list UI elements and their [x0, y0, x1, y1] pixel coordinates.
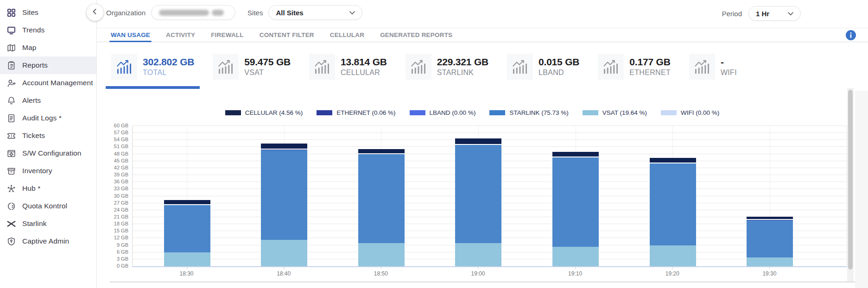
tab-generated-reports[interactable]: GENERATED REPORTS	[380, 28, 452, 42]
bar-segment-cellular	[650, 158, 696, 163]
bar-segment-starlink	[261, 150, 307, 240]
summary-card-starlink[interactable]: 229.321 GBSTARLINK	[405, 54, 488, 80]
summary-card-lband[interactable]: 0.015 GBLBAND	[507, 54, 579, 80]
sw-configuration-icon	[6, 149, 16, 158]
legend-item-lband[interactable]: LBAND (0.00 %)	[410, 109, 476, 116]
sidebar-item-quota-kontrol[interactable]: Quota Kontrol	[0, 197, 96, 215]
sidebar-item-label: Tickets	[22, 131, 45, 140]
alerts-icon	[6, 96, 16, 106]
card-value: 302.802 GB	[143, 56, 194, 67]
tab-activity[interactable]: ACTIVITY	[166, 28, 195, 42]
captive-admin-icon	[6, 237, 16, 246]
chevron-left-icon	[90, 7, 100, 18]
legend-item-cellular[interactable]: CELLULAR (4.56 %)	[225, 109, 303, 116]
bar-segment-vsat	[164, 252, 210, 266]
stacked-bar-19-00	[455, 138, 501, 266]
legend-item-vsat[interactable]: VSAT (19.64 %)	[583, 109, 647, 116]
sidebar-item-label: Hub *	[22, 184, 40, 193]
sidebar-item-account-management[interactable]: Account Management	[0, 74, 96, 92]
bar-segment-vsat	[747, 257, 793, 266]
legend-item-starlink[interactable]: STARLINK (75.73 %)	[489, 109, 568, 116]
usage-chart-icon	[689, 54, 715, 80]
gridline-horizontal	[133, 125, 847, 126]
scrollbar-thumb[interactable]	[848, 90, 853, 269]
y-axis-tick-label: 51 GB	[99, 144, 128, 149]
collapse-sidebar-button[interactable]	[87, 4, 103, 21]
sites-dropdown[interactable]: All Sites	[268, 5, 362, 20]
tab-cellular[interactable]: CELLULAR	[330, 28, 364, 42]
sidebar-item-label: Reports	[22, 61, 48, 69]
y-axis-tick-label: 36 GB	[99, 179, 128, 184]
info-icon[interactable]	[845, 30, 856, 41]
y-axis-tick-label: 45 GB	[99, 158, 128, 163]
sidebar-item-trends[interactable]: Trends	[0, 21, 96, 39]
x-axis-tick	[672, 266, 673, 269]
bar-segment-vsat	[650, 245, 696, 266]
x-axis-tick-label: 19:00	[457, 270, 499, 277]
card-label: STARLINK	[437, 69, 488, 77]
section-divider	[110, 282, 855, 282]
tab-wan-usage[interactable]: WAN USAGE	[111, 28, 150, 42]
y-axis-tick-label: 0 GB	[99, 263, 128, 269]
sidebar-item-label: Audit Logs *	[22, 114, 62, 122]
bar-segment-vsat	[455, 243, 501, 266]
bar-segment-starlink	[455, 145, 501, 243]
inventory-icon	[6, 166, 16, 176]
stacked-bar-19-30	[747, 217, 793, 266]
y-axis-tick-label: 3 GB	[99, 256, 128, 262]
sites-label: Sites	[247, 9, 263, 17]
report-tabs: WAN USAGEACTIVITYFIREWALLCONTENT FILTERC…	[97, 28, 868, 42]
legend-swatch	[317, 110, 332, 115]
sidebar-item-starlink[interactable]: Starlink	[0, 215, 96, 232]
usage-chart-icon	[507, 54, 533, 80]
card-value: 0.177 GB	[629, 56, 671, 67]
sidebar-item-tickets[interactable]: Tickets	[0, 127, 96, 144]
x-axis-tick	[575, 266, 576, 269]
card-label: CELLULAR	[341, 69, 387, 77]
sites-dropdown-value: All Sites	[276, 9, 303, 17]
usage-chart-icon	[598, 54, 624, 80]
organization-field[interactable]	[151, 5, 235, 20]
summary-card-wifi[interactable]: -WIFI	[689, 54, 737, 80]
usage-chart-icon	[309, 54, 335, 80]
tab-content-filter[interactable]: CONTENT FILTER	[260, 28, 314, 42]
summary-card-total[interactable]: 302.802 GBTOTAL	[111, 54, 194, 80]
sidebar-item-label: Quota Kontrol	[22, 202, 67, 210]
sidebar-item-hub[interactable]: Hub *	[0, 180, 96, 197]
sidebar-item-s-w-configuration[interactable]: S/W Configuration	[0, 144, 96, 162]
legend-item-wifi[interactable]: WIFI (0.00 %)	[661, 109, 719, 116]
y-axis-tick-label: 15 GB	[99, 228, 128, 233]
topbar: Organization Sites All Sites Period 1 Hr	[97, 0, 868, 28]
sidebar-item-reports[interactable]: Reports	[0, 56, 96, 74]
x-axis-tick-label: 18:50	[360, 270, 402, 277]
legend-item-ethernet[interactable]: ETHERNET (0.06 %)	[317, 109, 395, 116]
page-gutter	[855, 91, 868, 288]
bar-segment-starlink	[552, 157, 599, 246]
tab-firewall[interactable]: FIREWALL	[211, 28, 244, 42]
sidebar-item-label: Alerts	[22, 96, 41, 105]
stacked-bar-18-50	[358, 149, 405, 266]
sidebar-item-captive-admin[interactable]: Captive Admin	[0, 232, 96, 250]
summary-card-vsat[interactable]: 59.475 GBVSAT	[213, 54, 291, 80]
y-axis-tick-label: 21 GB	[99, 214, 128, 219]
x-axis-tick	[187, 266, 187, 269]
x-axis-tick-label: 18:40	[263, 270, 304, 277]
sidebar-item-map[interactable]: Map	[0, 39, 96, 56]
sidebar-item-inventory[interactable]: Inventory	[0, 162, 96, 180]
sidebar-item-audit-logs[interactable]: Audit Logs *	[0, 109, 96, 127]
sidebar-item-alerts[interactable]: Alerts	[0, 92, 96, 109]
sidebar-item-label: Trends	[22, 26, 44, 34]
summary-card-cellular[interactable]: 13.814 GBCELLULAR	[309, 54, 387, 80]
organization-value-redacted-2	[212, 10, 224, 16]
summary-card-ethernet[interactable]: 0.177 GBETHERNET	[598, 54, 671, 80]
y-axis-tick-label: 12 GB	[99, 235, 128, 240]
card-label: LBAND	[539, 69, 579, 77]
card-value: 0.015 GB	[539, 56, 579, 67]
y-axis-tick-label: 42 GB	[99, 165, 128, 170]
period-dropdown[interactable]: 1 Hr	[748, 6, 801, 21]
sites-icon	[6, 8, 16, 18]
x-axis-tick	[284, 266, 284, 269]
sidebar-item-sites[interactable]: Sites	[0, 4, 96, 21]
bar-segment-cellular	[358, 149, 405, 153]
gridline-horizontal	[133, 132, 847, 133]
